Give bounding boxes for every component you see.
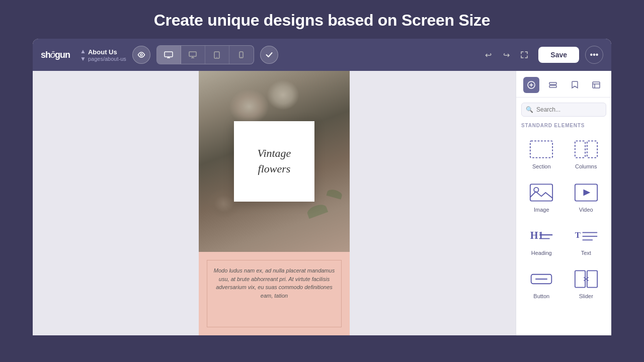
elements-section-label: STANDARD ELEMENTS bbox=[516, 120, 611, 132]
undo-button[interactable]: ↩ bbox=[480, 47, 496, 63]
svg-rect-27 bbox=[587, 270, 597, 287]
desktop-large-icon bbox=[164, 51, 173, 58]
svg-point-4 bbox=[216, 57, 217, 58]
breadcrumb-chevrons: ▲▼ bbox=[80, 48, 86, 62]
element-slider-label: Slider bbox=[579, 293, 593, 299]
sections-icon bbox=[592, 81, 600, 88]
element-video[interactable]: Video bbox=[564, 175, 609, 219]
svg-rect-2 bbox=[189, 52, 196, 56]
ellipsis-icon: ••• bbox=[590, 50, 599, 59]
button-element-icon bbox=[528, 268, 554, 290]
svg-rect-13 bbox=[587, 141, 597, 157]
save-button[interactable]: Save bbox=[538, 47, 579, 63]
element-text[interactable]: T Text bbox=[564, 219, 609, 262]
layout-icon bbox=[549, 82, 557, 88]
svg-rect-9 bbox=[549, 85, 556, 87]
breadcrumb-title: About Us bbox=[88, 48, 126, 56]
image-element-icon bbox=[528, 182, 554, 204]
tablet-icon bbox=[214, 51, 220, 59]
vintage-line2: flowers bbox=[258, 161, 291, 177]
columns-icon bbox=[573, 138, 599, 160]
mobile-icon bbox=[239, 51, 244, 58]
element-section-label: Section bbox=[532, 163, 551, 169]
svg-rect-1 bbox=[165, 52, 173, 57]
undo-redo-group: ↩ ↪ bbox=[480, 47, 532, 63]
top-banner: Create unique designs based on Screen Si… bbox=[0, 0, 644, 39]
elements-grid: Section Columns bbox=[516, 132, 611, 305]
device-desktop-large[interactable] bbox=[157, 46, 181, 64]
svg-rect-8 bbox=[549, 82, 556, 84]
editor-container: shōgun ▲▼ About Us pages/about-us bbox=[33, 39, 611, 335]
panel-tabs bbox=[516, 71, 611, 98]
svg-rect-26 bbox=[575, 270, 585, 287]
video-element-icon bbox=[573, 182, 599, 204]
fullscreen-button[interactable] bbox=[516, 47, 532, 63]
svg-rect-11 bbox=[530, 141, 552, 157]
desktop-icon bbox=[189, 51, 197, 58]
canvas-pink-inner: Modo ludus nam ex, ad nulla placerat man… bbox=[207, 260, 342, 327]
panel-tab-saved[interactable] bbox=[567, 77, 583, 93]
element-image[interactable]: Image bbox=[519, 175, 564, 219]
svg-text:T: T bbox=[575, 230, 581, 240]
vintage-line1: Vintage bbox=[258, 146, 291, 161]
add-icon bbox=[527, 81, 535, 89]
check-button[interactable] bbox=[260, 46, 278, 64]
right-panel: 🔍 STANDARD ELEMENTS Section bbox=[516, 71, 611, 335]
device-tablet[interactable] bbox=[205, 46, 229, 64]
canvas-body-text: Modo ludus nam ex, ad nulla placerat man… bbox=[213, 266, 335, 300]
text-element-icon: T bbox=[573, 225, 599, 247]
canvas-area: Vintage flowers Modo ludus nam ex, ad nu… bbox=[33, 71, 516, 335]
device-mobile[interactable] bbox=[229, 46, 254, 64]
element-section[interactable]: Section bbox=[519, 132, 564, 175]
element-button[interactable]: Button bbox=[519, 262, 564, 305]
search-icon: 🔍 bbox=[526, 106, 533, 113]
preview-button[interactable] bbox=[132, 46, 150, 64]
canvas-content: Vintage flowers Modo ludus nam ex, ad nu… bbox=[199, 71, 350, 335]
vintage-text: Vintage flowers bbox=[258, 146, 291, 177]
breadcrumb: ▲▼ About Us pages/about-us bbox=[80, 48, 126, 62]
redo-button[interactable]: ↪ bbox=[498, 47, 514, 63]
checkmark-icon bbox=[266, 52, 273, 58]
panel-tab-layout[interactable] bbox=[545, 77, 561, 93]
device-desktop[interactable] bbox=[181, 46, 205, 64]
element-button-label: Button bbox=[533, 293, 549, 299]
element-columns-label: Columns bbox=[575, 163, 597, 169]
element-video-label: Video bbox=[579, 207, 593, 213]
banner-title: Create unique designs based on Screen Si… bbox=[0, 11, 644, 30]
element-heading-label: Heading bbox=[531, 250, 552, 256]
vintage-card: Vintage flowers bbox=[234, 121, 314, 202]
element-slider[interactable]: Slider bbox=[564, 262, 609, 305]
svg-point-0 bbox=[140, 54, 142, 56]
more-button[interactable]: ••• bbox=[585, 46, 603, 64]
svg-rect-10 bbox=[593, 82, 600, 88]
bookmark-icon bbox=[572, 81, 578, 89]
element-columns[interactable]: Columns bbox=[564, 132, 609, 175]
section-icon bbox=[528, 138, 554, 160]
panel-tab-add[interactable] bbox=[523, 77, 539, 93]
device-group bbox=[156, 45, 254, 64]
element-text-label: Text bbox=[581, 250, 591, 256]
breadcrumb-subtitle: pages/about-us bbox=[88, 56, 126, 62]
svg-rect-12 bbox=[575, 141, 585, 157]
svg-point-15 bbox=[534, 188, 538, 192]
svg-rect-14 bbox=[530, 184, 552, 201]
search-input[interactable] bbox=[536, 106, 602, 113]
element-image-label: Image bbox=[534, 207, 549, 213]
element-heading[interactable]: H1 Heading bbox=[519, 219, 564, 262]
slider-element-icon bbox=[573, 268, 599, 290]
breadcrumb-text: About Us pages/about-us bbox=[88, 48, 126, 62]
canvas-pink-section: Modo ludus nam ex, ad nulla placerat man… bbox=[199, 252, 350, 335]
search-bar: 🔍 bbox=[521, 103, 606, 117]
panel-tab-sections[interactable] bbox=[588, 77, 604, 93]
svg-point-6 bbox=[241, 57, 242, 57]
logo: shōgun bbox=[41, 50, 70, 60]
canvas-hero-image: Vintage flowers bbox=[199, 71, 350, 252]
toolbar: shōgun ▲▼ About Us pages/about-us bbox=[33, 39, 611, 71]
editor-body: Vintage flowers Modo ludus nam ex, ad nu… bbox=[33, 71, 611, 335]
fullscreen-icon bbox=[521, 51, 528, 58]
eye-icon bbox=[137, 51, 145, 59]
heading-element-icon: H1 bbox=[528, 225, 554, 247]
